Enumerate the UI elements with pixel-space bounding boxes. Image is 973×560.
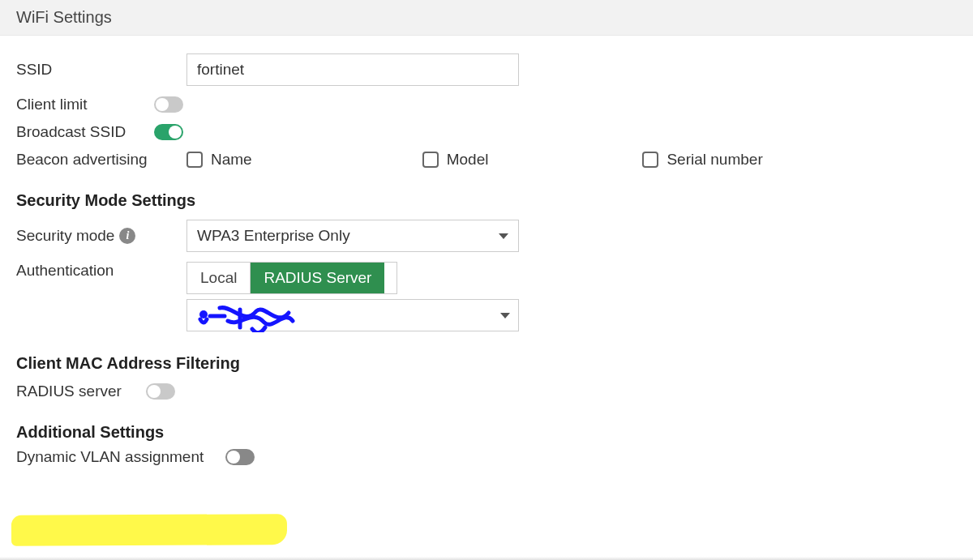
broadcast-ssid-toggle[interactable] (154, 124, 183, 140)
wifi-settings-banner: WiFi Settings (0, 0, 973, 36)
beacon-model-label: Model (447, 151, 489, 169)
dynamic-vlan-row: Dynamic VLAN assignment (16, 448, 957, 466)
svg-point-0 (199, 310, 208, 318)
authentication-label: Authentication (16, 262, 186, 280)
beacon-serial-checkbox[interactable] (642, 152, 658, 168)
auth-option-local[interactable]: Local (187, 263, 250, 293)
beacon-serial-label: Serial number (667, 151, 762, 169)
highlight-annotation (11, 514, 287, 546)
beacon-model-checkbox[interactable] (422, 152, 439, 168)
security-mode-row: Security mode i WPA3 Enterprise Only (16, 220, 957, 252)
ssid-row: SSID (16, 53, 957, 86)
radius-server-value-redacted (195, 303, 317, 327)
mac-radius-label: RADIUS server (16, 383, 146, 400)
authentication-row: Authentication Local RADIUS Server (16, 262, 957, 331)
scribble-icon (195, 303, 317, 332)
chevron-down-icon (500, 313, 510, 318)
bottom-shadow (0, 557, 973, 560)
client-limit-row: Client limit (16, 96, 957, 113)
wifi-settings-title: WiFi Settings (16, 8, 112, 26)
client-limit-label: Client limit (16, 96, 154, 113)
beacon-name-checkbox[interactable] (186, 152, 203, 168)
info-icon[interactable]: i (119, 228, 135, 244)
mac-radius-toggle[interactable] (146, 383, 175, 400)
radius-server-dropdown[interactable] (186, 299, 519, 331)
auth-option-radius[interactable]: RADIUS Server (250, 263, 384, 293)
beacon-advertising-row: Beacon advertising Name Model Serial num… (16, 151, 957, 169)
broadcast-ssid-label: Broadcast SSID (16, 123, 154, 141)
mac-filtering-heading: Client MAC Address Filtering (16, 354, 957, 373)
ssid-input[interactable] (186, 53, 519, 86)
dynamic-vlan-toggle[interactable] (225, 449, 255, 465)
authentication-segmented: Local RADIUS Server (186, 262, 397, 294)
beacon-advertising-label: Beacon advertising (16, 151, 186, 169)
chevron-down-icon (499, 233, 508, 239)
client-limit-toggle[interactable] (154, 96, 183, 113)
security-mode-value: WPA3 Enterprise Only (197, 227, 350, 245)
security-mode-heading: Security Mode Settings (16, 191, 957, 210)
security-mode-dropdown[interactable]: WPA3 Enterprise Only (186, 220, 519, 252)
broadcast-ssid-row: Broadcast SSID (16, 123, 957, 141)
additional-settings-heading: Additional Settings (16, 423, 957, 442)
ssid-label: SSID (16, 61, 186, 79)
beacon-name-label: Name (211, 151, 252, 169)
security-mode-label: Security mode (16, 227, 114, 245)
dynamic-vlan-label: Dynamic VLAN assignment (16, 448, 225, 466)
mac-radius-row: RADIUS server (16, 383, 957, 400)
